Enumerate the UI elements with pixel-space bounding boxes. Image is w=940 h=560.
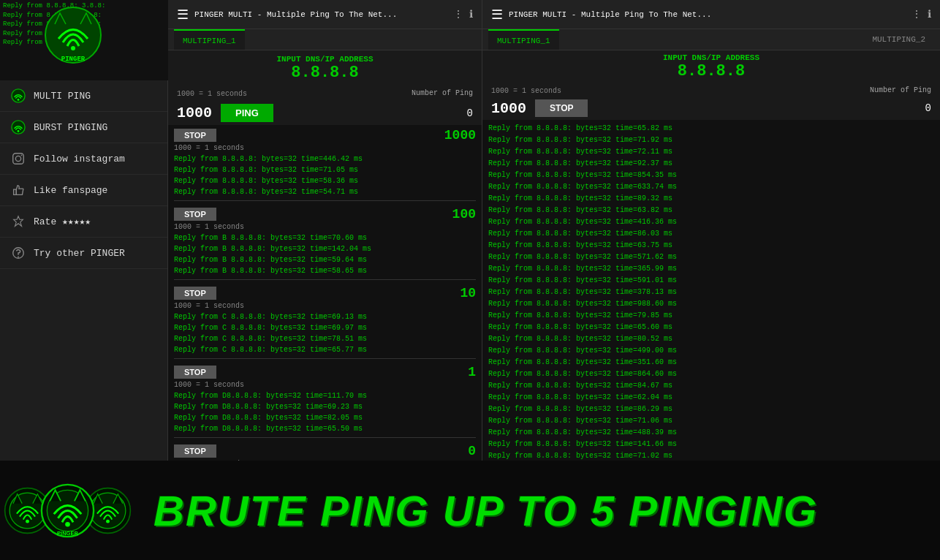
right-controls-top: 1000 = 1 seconds Number of Ping [482, 82, 940, 98]
ping-line-3-1: Reply from C 8.8.8.8: bytes=32 time=69.1… [174, 311, 476, 322]
timing-4: 1000 = 1 seconds [174, 381, 476, 389]
left-panel-header: ☰ PINGER MULTI - Multiple Ping To The Ne… [168, 0, 482, 29]
right-ping-output[interactable]: Reply from 8.8.8.8: bytes=32 time=65.82 … [482, 120, 940, 471]
banner-text: BRUTE PING UP TO 5 PINGING [146, 486, 818, 535]
stop-button-3[interactable]: STOP [174, 287, 216, 300]
right-count-display: 1000 [491, 100, 526, 117]
left-tab-1[interactable]: MULTIPING_1 [174, 29, 245, 50]
ping-line-3-3: Reply from C 8.8.8.8: bytes=32 time=78.5… [174, 333, 476, 344]
left-count-display: 1000 [177, 105, 212, 121]
left-input-label: INPUT DNS/IP ADDRESS [177, 55, 473, 64]
stop-button-4[interactable]: STOP [174, 366, 216, 379]
ping-line-3-4: Reply from C 8.8.8.8: bytes=32 time=65.7… [174, 344, 476, 355]
right-num-ping-label: Number of Ping [870, 86, 931, 94]
left-count-row: 1000 PING 0 [168, 102, 482, 125]
ping-count-10: 10 [460, 286, 476, 300]
right-ping-line-19: Reply from 8.8.8.8: bytes=32 time=80.52 … [488, 333, 934, 345]
ping-line-2-3: Reply from B 8.8.8.8: bytes=32 time=59.6… [174, 254, 476, 265]
right-ping-line-11: Reply from 8.8.8.8: bytes=32 time=63.75 … [488, 240, 934, 251]
ping-line-4-4: Reply from D8.8.8.8: bytes=32 time=65.50… [174, 423, 476, 434]
stop-button-5[interactable]: STOP [174, 444, 216, 458]
left-main-panel: ☰ PINGER MULTI - Multiple Ping To The Ne… [168, 0, 482, 461]
right-stop-button[interactable]: STOP [535, 99, 588, 117]
left-hamburger-icon[interactable]: ☰ [177, 7, 189, 23]
ping-line-3-2: Reply from C 8.8.8.8: bytes=32 time=69.9… [174, 322, 476, 333]
left-num-ping-value: 0 [467, 107, 473, 119]
right-ping-line-23: Reply from 8.8.8.8: bytes=32 time=84.67 … [488, 380, 934, 392]
sidebar-burst-pinging-label: BURST PINGING [34, 122, 107, 133]
left-input-section: INPUT DNS/IP ADDRESS 8.8.8.8 [168, 50, 482, 83]
ping-count-1000: 1000 [444, 128, 476, 143]
right-share-icon[interactable]: ⋮ [911, 8, 922, 20]
ping-line-1-1: Reply from 8.8.8.8: bytes=32 time=446.42… [174, 154, 476, 164]
left-timing: 1000 = 1 seconds [177, 86, 247, 99]
right-ping-line-2: Reply from 8.8.8.8: bytes=32 time=71.92 … [488, 135, 934, 146]
right-ping-line-4: Reply from 8.8.8.8: bytes=32 time=92.37 … [488, 158, 934, 170]
sidebar-item-burst-pinging[interactable]: BURST PINGING [0, 112, 167, 143]
stop-button-2[interactable]: STOP [174, 208, 216, 221]
ping-line-1-4: Reply from 8.8.8.8: bytes=32 time=54.71 … [174, 186, 476, 197]
svg-point-6 [18, 130, 20, 132]
left-share-icon[interactable]: ⋮ [453, 8, 463, 20]
svg-point-14 [26, 519, 29, 523]
right-count-group: 1000 STOP [491, 99, 588, 117]
sidebar-item-rate[interactable]: Rate ★★★★★ [0, 206, 167, 238]
right-tab-2-label: MULTIPING_2 [872, 35, 925, 44]
bottom-banner: PINGER BRUTE PING UP TO 5 PINGING [0, 461, 940, 560]
ping-section-1: STOP 1000 1000 = 1 seconds Reply from 8.… [174, 128, 476, 201]
timing-2: 1000 = 1 seconds [174, 223, 476, 231]
right-tab-2[interactable]: MULTIPING_2 [863, 29, 934, 50]
right-ping-line-5: Reply from 8.8.8.8: bytes=32 time=854.35… [488, 170, 934, 181]
right-count-row: 1000 STOP 0 [482, 98, 940, 120]
left-controls: 1000 = 1 seconds Number of Ping [168, 83, 482, 102]
rate-icon [10, 213, 26, 230]
right-ping-line-15: Reply from 8.8.8.8: bytes=32 time=378.13… [488, 287, 934, 298]
try-other-icon [10, 245, 26, 261]
svg-point-4 [18, 99, 20, 101]
svg-point-21 [106, 519, 110, 523]
right-hamburger-icon[interactable]: ☰ [491, 7, 503, 23]
right-info-icon[interactable]: ℹ [928, 8, 931, 20]
sidebar-multi-ping-label: MULTI PING [34, 91, 91, 102]
stop-button-1[interactable]: STOP [174, 129, 216, 142]
sidebar-item-multi-ping[interactable]: MULTI PING [0, 80, 167, 112]
left-ping-output[interactable]: STOP 1000 1000 = 1 seconds Reply from 8.… [168, 125, 482, 461]
right-tab-1[interactable]: MULTIPING_1 [488, 29, 559, 50]
sidebar-follow-instagram-label: Follow instagram [34, 154, 125, 164]
svg-point-8 [15, 156, 20, 161]
right-ping-line-3: Reply from 8.8.8.8: bytes=32 time=72.11 … [488, 146, 934, 158]
sidebar-rate-label: Rate ★★★★★ [34, 216, 91, 227]
right-ip-display: 8.8.8.8 [678, 62, 745, 80]
sidebar-item-like-fanspage[interactable]: Like fanspage [0, 175, 167, 206]
sidebar-try-other-label: Try other PINGER [34, 248, 125, 259]
sidebar-item-try-other[interactable]: Try other PINGER [0, 238, 167, 269]
right-ping-line-17: Reply from 8.8.8.8: bytes=32 time=79.85 … [488, 310, 934, 322]
timing-1: 1000 = 1 seconds [174, 144, 476, 152]
ping-count-100: 100 [452, 207, 476, 222]
ping-line-1-3: Reply from 8.8.8.8: bytes=32 time=58.36 … [174, 175, 476, 186]
right-main-panel: ☰ PINGER MULTI - Multiple Ping To The Ne… [482, 0, 940, 461]
instagram-icon [10, 151, 26, 167]
right-ping-line-9: Reply from 8.8.8.8: bytes=32 time=416.36… [488, 216, 934, 228]
ping-button[interactable]: PING [221, 104, 273, 122]
right-ping-line-21: Reply from 8.8.8.8: bytes=32 time=351.60… [488, 357, 934, 368]
left-info-icon[interactable]: ℹ [469, 8, 473, 20]
banner-logo-center: PINGER [40, 483, 95, 538]
right-num-ping-value: 0 [925, 102, 931, 114]
svg-text:PINGER: PINGER [61, 56, 86, 63]
ping-section-4: STOP 1 1000 = 1 seconds Reply from D8.8.… [174, 365, 476, 438]
right-ping-line-20: Reply from 8.8.8.8: bytes=32 time=499.00… [488, 345, 934, 357]
ping-section-3: STOP 10 1000 = 1 seconds Reply from C 8.… [174, 286, 476, 359]
ping-section-2: STOP 100 1000 = 1 seconds Reply from B 8… [174, 207, 476, 280]
right-ping-line-22: Reply from 8.8.8.8: bytes=32 time=864.60… [488, 368, 934, 380]
ping-line-2-4: Reply from B 8.8.8.8: bytes=32 time=58.6… [174, 265, 476, 276]
left-tab-1-label: MULTIPING_1 [183, 37, 236, 45]
right-ping-line-10: Reply from 8.8.8.8: bytes=32 time=86.03 … [488, 228, 934, 240]
sidebar-item-follow-instagram[interactable]: Follow instagram [0, 143, 167, 175]
ping-section-5: STOP 0 1000 = 1 seconds Reply from D8.8.… [174, 444, 476, 461]
timing-3: 1000 = 1 seconds [174, 302, 476, 310]
right-ping-line-8: Reply from 8.8.8.8: bytes=32 time=63.82 … [488, 205, 934, 216]
left-ip-display: 8.8.8.8 [177, 64, 473, 82]
ping-line-2-1: Reply from B 8.8.8.8: bytes=32 time=70.6… [174, 232, 476, 243]
right-ping-line-13: Reply from 8.8.8.8: bytes=32 time=365.99… [488, 263, 934, 275]
